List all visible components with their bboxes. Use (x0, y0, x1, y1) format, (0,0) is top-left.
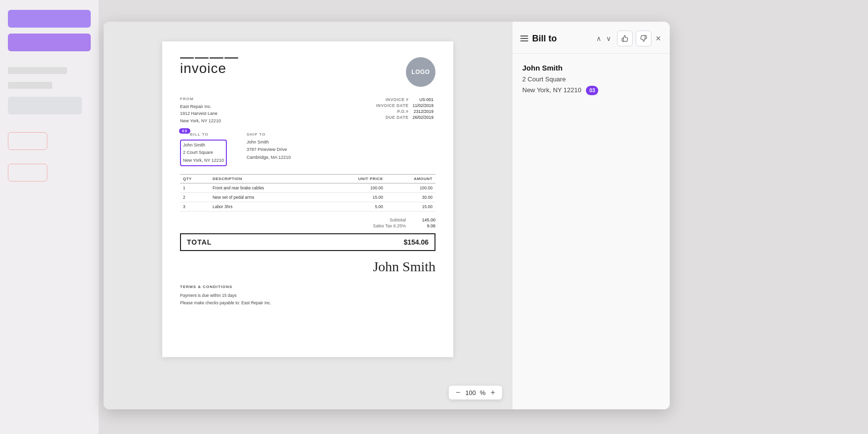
zoom-level: 100 (465, 389, 476, 397)
thumbup-button[interactable] (617, 31, 633, 46)
totals-block: Subtotal 145.00 Sales Tax 6.25% 9.06 (180, 217, 435, 228)
bg-button-5 (8, 164, 47, 181)
due-date-value: 26/02/2019 (410, 114, 435, 120)
po-label: P.O.# (374, 108, 411, 114)
row2-qty: 2 (180, 193, 210, 202)
right-panel: Bill to ∧ ∨ × (512, 22, 670, 409)
row3-amount: 15.00 (386, 202, 435, 212)
tax-label: Sales Tax 6.25% (373, 223, 406, 228)
thumbdown-button[interactable] (636, 31, 651, 46)
invoice-title-block: invoice (180, 57, 238, 76)
terms-block: TERMS & CONDITIONS Payment is due within… (180, 285, 435, 307)
bill-ship-row: 03 BILL TO John Smith 2 Court Square New… (180, 132, 435, 166)
panel-header-left: Bill to (520, 34, 590, 44)
ship-to-label: SHIP TO (247, 132, 291, 137)
panel-address-line2: New York, NY 12210 03 (522, 85, 660, 96)
invoice-stripes (180, 57, 238, 59)
background-sidebar (0, 0, 99, 434)
bg-button-1 (8, 10, 91, 28)
bill-to-address2: New York, NY 12210 (183, 157, 224, 164)
zoom-in-button[interactable]: + (490, 389, 496, 397)
chevron-down-button[interactable]: ∨ (604, 34, 613, 43)
main-modal: invoice LOGO FROM East Repair Inc. 1912 … (104, 22, 670, 409)
table-row: 3 Labor 3hrs 5.00 15.00 (180, 202, 435, 212)
panel-arrows: ∧ ∨ (594, 34, 613, 43)
panel-content: John Smith 2 Court Square New York, NY 1… (512, 54, 670, 409)
stripe-3 (210, 57, 223, 59)
signature: John Smith (180, 259, 435, 275)
invoice-title: invoice (180, 61, 238, 76)
from-label: FROM (180, 97, 221, 101)
bg-button-3 (8, 97, 82, 114)
invoice-header: invoice LOGO (180, 57, 435, 87)
row3-qty: 3 (180, 202, 210, 212)
stripe-4 (224, 57, 238, 59)
from-block: FROM East Repair Inc. 1912 Harvest Lane … (180, 97, 221, 124)
logo-circle: LOGO (406, 57, 435, 87)
invoice-date-label: INVOICE DATE (374, 103, 411, 108)
panel-address-line1: 2 Court Square (522, 74, 660, 85)
total-box: TOTAL $154.06 (180, 233, 435, 251)
total-amount: $154.06 (403, 238, 429, 246)
zoom-percent: % (480, 389, 486, 397)
row1-desc: Front and rear brake cables (210, 183, 325, 193)
from-address2: New York, NY 12210 (180, 117, 221, 124)
row2-amount: 30.00 (386, 193, 435, 202)
panel-header: Bill to ∧ ∨ × (512, 22, 670, 54)
subtotal-value: 145.00 (416, 217, 435, 222)
po-value: 2312/2019 (410, 108, 435, 114)
row2-unit: 15.00 (325, 193, 386, 202)
ship-to-address1: 3787 Pineview Drive (247, 146, 291, 153)
hamburger-line-1 (520, 36, 528, 36)
bg-button-2 (8, 34, 91, 51)
invoice-date-value: 11/02/2019 (410, 103, 435, 108)
table-row: 2 New set of pedal arms 15.00 30.00 (180, 193, 435, 202)
from-address1: 1912 Harvest Lane (180, 110, 221, 117)
bg-button-4 (8, 132, 47, 150)
total-label: TOTAL (187, 238, 212, 246)
row1-qty: 1 (180, 183, 210, 193)
panel-customer-name: John Smith (522, 64, 660, 72)
zoom-out-button[interactable]: − (455, 389, 461, 397)
invoice-number-value: US-001 (410, 97, 435, 103)
subtotal-row: Subtotal 145.00 (180, 217, 435, 222)
bill-to-label-row: 03 BILL TO (180, 132, 227, 137)
table-row: 1 Front and rear brake cables 100.00 100… (180, 183, 435, 193)
terms-line1: Payment is due within 15 days (180, 292, 435, 299)
row3-unit: 5.00 (325, 202, 386, 212)
hamburger-line-3 (520, 40, 528, 41)
subtotal-label: Subtotal (390, 217, 406, 222)
bill-to-address1: 2 Court Square (183, 149, 224, 156)
close-button[interactable]: × (654, 34, 662, 44)
due-date-label: DUE DATE (374, 114, 411, 120)
panel-address2-text: New York, NY 12210 (522, 86, 581, 94)
panel-actions: × (617, 31, 662, 46)
ship-to-name: John Smith (247, 139, 291, 146)
row2-desc: New set of pedal arms (210, 193, 325, 202)
ship-to-address2: Cambridge, MA 12210 (247, 154, 291, 161)
hamburger-icon[interactable] (520, 36, 528, 41)
stripe-2 (195, 57, 209, 59)
row1-unit: 100.00 (325, 183, 386, 193)
panel-badge: 03 (586, 86, 598, 95)
bill-to-label: BILL TO (190, 132, 209, 137)
stripe-1 (180, 57, 194, 59)
col-qty: QTY (180, 175, 210, 183)
tax-row: Sales Tax 6.25% 9.06 (180, 223, 435, 228)
bill-to-name-wrapper: John Smith 2 Court Square New York, NY 1… (180, 140, 227, 166)
row3-desc: Labor 3hrs (210, 202, 325, 212)
invoice-paper: invoice LOGO FROM East Repair Inc. 1912 … (162, 41, 453, 357)
terms-line2: Please make checks payable to: East Repa… (180, 299, 435, 307)
tax-value: 9.06 (416, 223, 435, 228)
from-company: East Repair Inc. (180, 103, 221, 110)
col-description: DESCRIPTION (210, 175, 325, 183)
terms-label: TERMS & CONDITIONS (180, 285, 435, 289)
bill-to-badge: 03 (179, 128, 190, 134)
hamburger-line-2 (520, 38, 528, 39)
invoice-details: INVOICE # US-001 INVOICE DATE 11/02/2019… (374, 97, 435, 124)
ship-to-block: SHIP TO John Smith 3787 Pineview Drive C… (247, 132, 291, 166)
col-amount: AMOUNT (386, 175, 435, 183)
bill-to-block: 03 BILL TO John Smith 2 Court Square New… (180, 132, 227, 166)
row1-amount: 100.00 (386, 183, 435, 193)
chevron-up-button[interactable]: ∧ (594, 34, 603, 43)
